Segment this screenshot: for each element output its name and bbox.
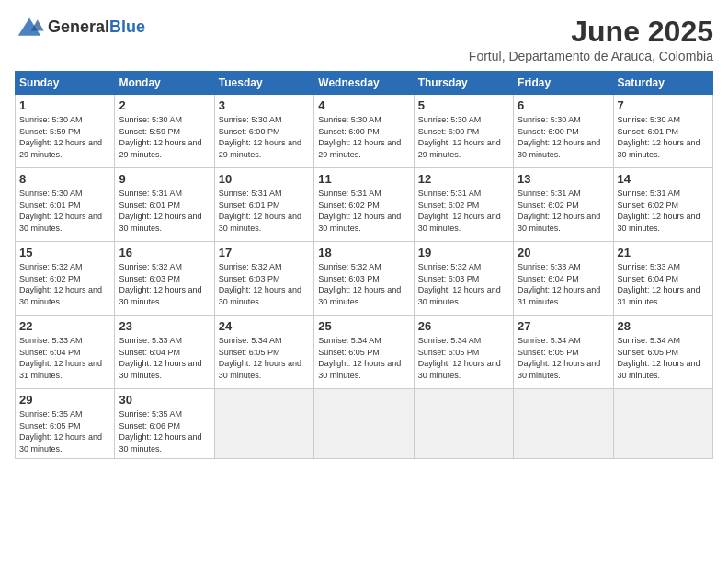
day-cell: 23Sunrise: 5:33 AMSunset: 6:04 PMDayligh…: [115, 316, 214, 389]
col-sunday: Sunday: [16, 72, 115, 95]
day-number: 25: [318, 319, 409, 333]
empty-cell: [613, 389, 712, 459]
day-number: 19: [418, 246, 509, 259]
col-wednesday: Wednesday: [314, 72, 414, 95]
day-number: 15: [19, 246, 110, 259]
day-number: 30: [119, 393, 210, 407]
day-number: 23: [119, 319, 210, 333]
empty-cell: [314, 389, 414, 459]
day-cell: 19Sunrise: 5:32 AMSunset: 6:03 PMDayligh…: [414, 242, 513, 316]
day-number: 8: [19, 172, 110, 186]
day-info: Sunrise: 5:31 AMSunset: 6:02 PMDaylight:…: [618, 188, 709, 234]
calendar-row: 1Sunrise: 5:30 AMSunset: 5:59 PMDaylight…: [16, 95, 713, 168]
day-number: 26: [418, 319, 509, 333]
day-cell: 1Sunrise: 5:30 AMSunset: 5:59 PMDaylight…: [16, 95, 115, 168]
empty-cell: [414, 389, 513, 459]
day-number: 11: [318, 172, 409, 186]
day-cell: 15Sunrise: 5:32 AMSunset: 6:02 PMDayligh…: [16, 242, 115, 316]
day-info: Sunrise: 5:31 AMSunset: 6:02 PMDaylight:…: [318, 188, 409, 234]
day-number: 24: [219, 319, 310, 333]
day-cell: 27Sunrise: 5:34 AMSunset: 6:05 PMDayligh…: [514, 316, 613, 389]
day-number: 22: [19, 319, 110, 333]
col-monday: Monday: [115, 72, 214, 95]
logo: General Blue: [15, 15, 145, 40]
col-thursday: Thursday: [414, 72, 513, 95]
day-cell: 4Sunrise: 5:30 AMSunset: 6:00 PMDaylight…: [314, 95, 414, 168]
col-friday: Friday: [514, 72, 613, 95]
day-info: Sunrise: 5:33 AMSunset: 6:04 PMDaylight:…: [618, 261, 709, 307]
day-info: Sunrise: 5:30 AMSunset: 6:00 PMDaylight:…: [219, 114, 310, 160]
day-cell: 30Sunrise: 5:35 AMSunset: 6:06 PMDayligh…: [115, 389, 214, 459]
day-info: Sunrise: 5:31 AMSunset: 6:02 PMDaylight:…: [518, 188, 609, 234]
day-info: Sunrise: 5:30 AMSunset: 6:00 PMDaylight:…: [318, 114, 409, 160]
day-info: Sunrise: 5:34 AMSunset: 6:05 PMDaylight:…: [219, 335, 310, 381]
day-info: Sunrise: 5:34 AMSunset: 6:05 PMDaylight:…: [418, 335, 509, 381]
day-info: Sunrise: 5:30 AMSunset: 5:59 PMDaylight:…: [19, 114, 110, 160]
day-number: 21: [618, 246, 709, 259]
day-number: 28: [618, 319, 709, 333]
day-cell: 5Sunrise: 5:30 AMSunset: 6:00 PMDaylight…: [414, 95, 513, 168]
day-cell: 6Sunrise: 5:30 AMSunset: 6:00 PMDaylight…: [514, 95, 613, 168]
day-info: Sunrise: 5:30 AMSunset: 6:00 PMDaylight:…: [518, 114, 609, 160]
day-number: 12: [418, 172, 509, 186]
day-number: 1: [19, 98, 110, 112]
day-info: Sunrise: 5:33 AMSunset: 6:04 PMDaylight:…: [19, 335, 110, 381]
day-info: Sunrise: 5:31 AMSunset: 6:01 PMDaylight:…: [119, 188, 210, 234]
day-number: 4: [318, 98, 409, 112]
day-number: 10: [219, 172, 310, 186]
page-header: General Blue June 2025 Fortul, Departame…: [15, 15, 713, 63]
day-number: 20: [518, 246, 609, 259]
day-info: Sunrise: 5:31 AMSunset: 6:02 PMDaylight:…: [418, 188, 509, 234]
day-number: 29: [19, 393, 110, 407]
day-info: Sunrise: 5:32 AMSunset: 6:03 PMDaylight:…: [318, 261, 409, 307]
calendar-header-row: Sunday Monday Tuesday Wednesday Thursday…: [16, 72, 713, 95]
day-cell: 8Sunrise: 5:30 AMSunset: 6:01 PMDaylight…: [16, 168, 115, 242]
col-tuesday: Tuesday: [214, 72, 313, 95]
day-cell: 16Sunrise: 5:32 AMSunset: 6:03 PMDayligh…: [115, 242, 214, 316]
day-cell: 17Sunrise: 5:32 AMSunset: 6:03 PMDayligh…: [214, 242, 313, 316]
day-number: 14: [618, 172, 709, 186]
calendar-row: 29Sunrise: 5:35 AMSunset: 6:05 PMDayligh…: [16, 389, 713, 459]
day-number: 13: [518, 172, 609, 186]
day-info: Sunrise: 5:33 AMSunset: 6:04 PMDaylight:…: [518, 261, 609, 307]
empty-cell: [214, 389, 313, 459]
day-info: Sunrise: 5:35 AMSunset: 6:06 PMDaylight:…: [119, 408, 210, 454]
calendar-row: 15Sunrise: 5:32 AMSunset: 6:02 PMDayligh…: [16, 242, 713, 316]
day-number: 18: [318, 246, 409, 259]
day-number: 17: [219, 246, 310, 259]
day-info: Sunrise: 5:30 AMSunset: 5:59 PMDaylight:…: [119, 114, 210, 160]
empty-cell: [514, 389, 613, 459]
day-number: 16: [119, 246, 210, 259]
day-info: Sunrise: 5:32 AMSunset: 6:03 PMDaylight:…: [418, 261, 509, 307]
logo-icon: [15, 15, 44, 40]
logo-general-text: General: [48, 18, 109, 37]
day-cell: 7Sunrise: 5:30 AMSunset: 6:01 PMDaylight…: [613, 95, 712, 168]
day-info: Sunrise: 5:30 AMSunset: 6:01 PMDaylight:…: [618, 114, 709, 160]
day-number: 9: [119, 172, 210, 186]
day-info: Sunrise: 5:34 AMSunset: 6:05 PMDaylight:…: [318, 335, 409, 381]
day-cell: 25Sunrise: 5:34 AMSunset: 6:05 PMDayligh…: [314, 316, 414, 389]
day-number: 3: [219, 98, 310, 112]
day-info: Sunrise: 5:34 AMSunset: 6:05 PMDaylight:…: [618, 335, 709, 381]
day-cell: 14Sunrise: 5:31 AMSunset: 6:02 PMDayligh…: [613, 168, 712, 242]
day-cell: 12Sunrise: 5:31 AMSunset: 6:02 PMDayligh…: [414, 168, 513, 242]
day-cell: 22Sunrise: 5:33 AMSunset: 6:04 PMDayligh…: [16, 316, 115, 389]
day-cell: 29Sunrise: 5:35 AMSunset: 6:05 PMDayligh…: [16, 389, 115, 459]
day-cell: 11Sunrise: 5:31 AMSunset: 6:02 PMDayligh…: [314, 168, 414, 242]
day-info: Sunrise: 5:35 AMSunset: 6:05 PMDaylight:…: [19, 408, 110, 454]
day-number: 6: [518, 98, 609, 112]
calendar-table: Sunday Monday Tuesday Wednesday Thursday…: [15, 71, 713, 459]
calendar-row: 22Sunrise: 5:33 AMSunset: 6:04 PMDayligh…: [16, 316, 713, 389]
day-info: Sunrise: 5:32 AMSunset: 6:03 PMDaylight:…: [219, 261, 310, 307]
calendar-subtitle: Fortul, Departamento de Arauca, Colombia: [469, 49, 713, 63]
day-cell: 28Sunrise: 5:34 AMSunset: 6:05 PMDayligh…: [613, 316, 712, 389]
day-number: 27: [518, 319, 609, 333]
day-cell: 3Sunrise: 5:30 AMSunset: 6:00 PMDaylight…: [214, 95, 313, 168]
day-cell: 13Sunrise: 5:31 AMSunset: 6:02 PMDayligh…: [514, 168, 613, 242]
logo-blue-text: Blue: [109, 18, 145, 37]
day-cell: 24Sunrise: 5:34 AMSunset: 6:05 PMDayligh…: [214, 316, 313, 389]
title-area: June 2025 Fortul, Departamento de Arauca…: [469, 15, 713, 63]
day-cell: 26Sunrise: 5:34 AMSunset: 6:05 PMDayligh…: [414, 316, 513, 389]
day-cell: 2Sunrise: 5:30 AMSunset: 5:59 PMDaylight…: [115, 95, 214, 168]
day-info: Sunrise: 5:34 AMSunset: 6:05 PMDaylight:…: [518, 335, 609, 381]
